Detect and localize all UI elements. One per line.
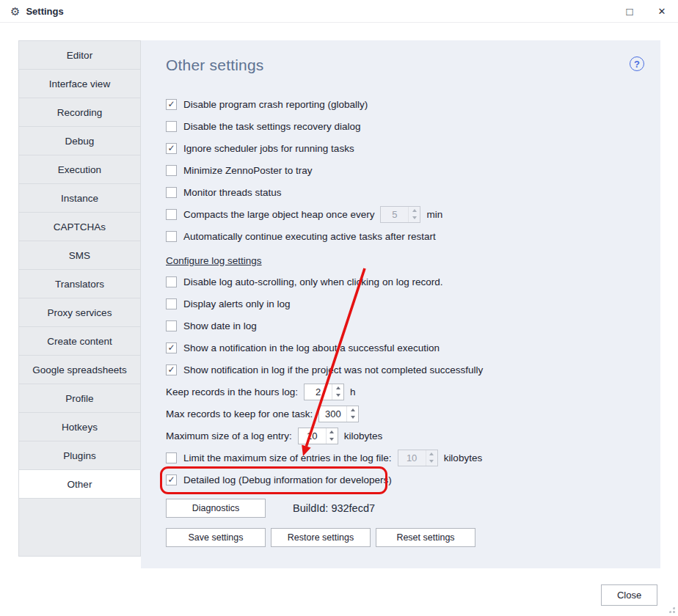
checkbox-label: Compacts the large object heap once ever… [183,209,374,220]
log-entry-size-stepper[interactable]: 10 [298,428,338,444]
sidebar-item-sms[interactable]: SMS [18,241,141,270]
checkbox-display-alerts-only[interactable] [166,298,177,309]
checkbox-notify-failure[interactable]: ✓ [166,364,177,375]
row-max-records-per-task: Max records to keep for one task: 300 [166,403,638,425]
checkbox-show-date-in-log[interactable] [166,320,177,331]
stepper-buttons [326,428,338,444]
checkbox-auto-continue-tasks[interactable] [166,231,177,242]
sidebar-filler [18,498,141,557]
checkbox-disable-log-autoscroll[interactable] [166,276,177,287]
checkbox-label: Ignore scheduler jobs for running tasks [183,143,354,154]
checkbox-label: Disable log auto-scrolling, only when cl… [183,276,442,287]
max-records-stepper[interactable]: 300 [318,406,359,422]
row-configure-log: Configure log settings [166,252,638,268]
stepper-up-icon[interactable] [409,207,420,215]
checkbox-notify-success[interactable]: ✓ [166,342,177,353]
window-title: Settings [26,6,63,17]
help-icon[interactable]: ? [630,56,644,71]
stepper-up-icon[interactable] [327,428,338,436]
settings-buttons-row: Save settings Restore settings Reset set… [166,528,638,547]
checkbox-limit-log-file-entries[interactable] [166,452,177,463]
build-id-text: BuildId: 932fecd7 [293,502,375,514]
stepper-up-icon[interactable] [347,406,358,414]
checkbox-label: Automatically continue executing active … [183,231,436,242]
close-dialog-button[interactable]: Close [601,584,657,606]
checkbox-disable-crash-reporting[interactable]: ✓ [166,99,177,110]
row-limit-log-file-entries: Limit the maximum size of entries in the… [166,447,638,469]
configure-log-settings-link[interactable]: Configure log settings [166,255,262,266]
checkbox-minimize-to-tray[interactable] [166,165,177,176]
compact-heap-minutes-stepper[interactable]: 5 [380,206,420,223]
stepper-value[interactable]: 10 [299,428,326,444]
checkbox-label: Detailed log (Debug information for deve… [183,474,392,485]
sidebar-item-debug[interactable]: Debug [18,126,141,155]
row-disable-task-recovery: Disable the task settings recovery dialo… [166,115,638,137]
diagnostics-row: Diagnostics BuildId: 932fecd7 [166,497,638,519]
checkbox-disable-task-recovery[interactable] [166,121,177,132]
stepper-value[interactable]: 300 [319,406,346,422]
sidebar-item-plugins[interactable]: Plugins [18,441,141,470]
stepper-down-icon[interactable] [426,458,437,466]
close-window-icon[interactable]: ✕ [646,0,678,22]
window-controls: □ ✕ [613,0,678,22]
stepper-down-icon[interactable] [327,436,338,444]
stepper-buttons [332,384,343,400]
sidebar-item-instance[interactable]: Instance [18,183,141,213]
page-title: Other settings [166,56,638,74]
restore-settings-button[interactable]: Restore settings [271,528,371,547]
stepper-down-icon[interactable] [409,214,420,222]
keep-records-hours-stepper[interactable]: 2 [304,384,344,400]
stepper-unit: kilobytes [444,452,483,463]
sidebar-item-interface-view[interactable]: Interface view [18,69,141,98]
stepper-up-icon[interactable] [332,384,343,392]
row-monitor-threads: Monitor threads status [166,181,638,203]
stepper-down-icon[interactable] [347,414,358,422]
row-detailed-log: ✓ Detailed log (Debug information for de… [166,469,638,491]
reset-settings-button[interactable]: Reset settings [376,528,475,547]
sidebar-item-captchas[interactable]: CAPTCHAs [18,212,141,241]
stepper-buttons [408,207,420,222]
stepper-value[interactable]: 5 [381,207,408,222]
sidebar-item-create-content[interactable]: Create content [18,326,141,356]
sidebar-item-editor[interactable]: Editor [18,40,141,70]
checkbox-compact-heap[interactable] [166,209,177,220]
maximize-icon[interactable]: □ [613,0,646,22]
checkbox-detailed-log[interactable]: ✓ [166,474,177,485]
stepper-up-icon[interactable] [426,450,437,458]
checkbox-label: Minimize ZennoPoster to tray [183,165,313,176]
row-keep-records-hours: Keep records in the hours log: 2 h [166,381,638,403]
stepper-down-icon[interactable] [332,392,343,400]
other-settings-panel: Other settings ? ✓ Disable program crash… [141,40,660,568]
sidebar-item-other[interactable]: Other [18,469,141,499]
row-disable-crash-reporting: ✓ Disable program crash reporting (globa… [166,93,638,115]
checkbox-label: Disable the task settings recovery dialo… [183,121,361,132]
stepper-value[interactable]: 10 [398,450,426,466]
diagnostics-button[interactable]: Diagnostics [166,499,266,518]
stepper-value[interactable]: 2 [305,384,332,400]
row-auto-continue-tasks: Automatically continue executing active … [166,225,638,247]
sidebar-item-google-spreadsheets[interactable]: Google spreadsheets [18,355,141,384]
row-minimize-to-tray: Minimize ZennoPoster to tray [166,159,638,181]
row-compact-heap: Compacts the large object heap once ever… [166,203,638,225]
sidebar-item-recording[interactable]: Recording [18,98,141,127]
sidebar-item-execution[interactable]: Execution [18,155,141,184]
checkbox-label: Show a notification in the log about a s… [183,342,440,353]
stepper-unit: h [350,386,356,397]
row-notify-success: ✓ Show a notification in the log about a… [166,337,638,359]
row-notify-failure: ✓ Show notification in log if the projec… [166,359,638,381]
checkbox-ignore-scheduler-jobs[interactable]: ✓ [166,143,177,154]
sidebar-item-profile[interactable]: Profile [18,384,141,413]
sidebar-item-hotkeys[interactable]: Hotkeys [18,412,141,441]
sidebar-item-proxy-services[interactable]: Proxy services [18,298,141,327]
checkbox-monitor-threads[interactable] [166,187,177,198]
stepper-buttons [346,406,358,422]
resize-grip-icon[interactable] [667,605,676,614]
save-settings-button[interactable]: Save settings [166,528,266,547]
titlebar: ⚙ Settings □ ✕ [0,0,678,23]
settings-sidebar: Editor Interface view Recording Debug Ex… [18,40,141,557]
settings-rows: ✓ Disable program crash reporting (globa… [166,93,638,547]
checkbox-label: Monitor threads status [183,187,282,198]
limit-log-file-stepper[interactable]: 10 [398,450,438,466]
stepper-unit: kilobytes [344,430,383,441]
sidebar-item-translators[interactable]: Translators [18,269,141,298]
